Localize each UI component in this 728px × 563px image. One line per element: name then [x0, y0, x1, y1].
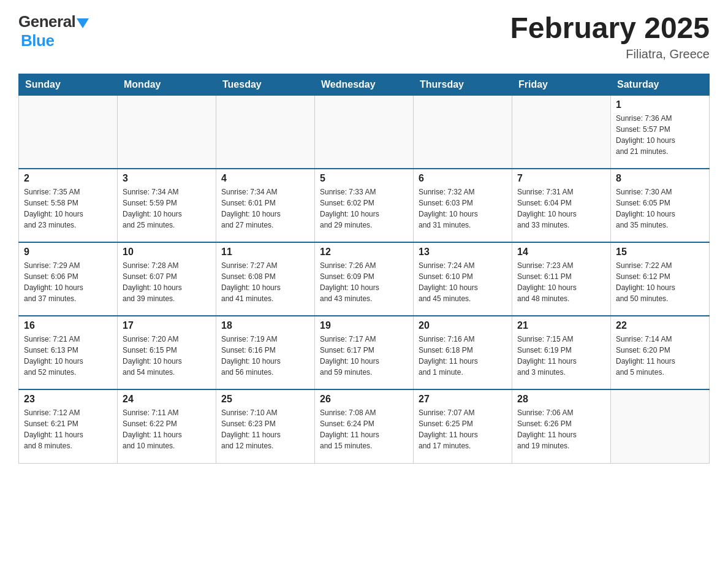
day-info: Sunrise: 7:15 AMSunset: 6:19 PMDaylight:…	[517, 334, 605, 378]
table-row: 17Sunrise: 7:20 AMSunset: 6:15 PMDayligh…	[118, 316, 216, 389]
day-info: Sunrise: 7:06 AMSunset: 6:26 PMDaylight:…	[517, 407, 605, 451]
table-row	[19, 95, 118, 169]
table-row	[414, 95, 512, 169]
table-row: 28Sunrise: 7:06 AMSunset: 6:26 PMDayligh…	[512, 389, 611, 463]
table-row	[216, 95, 315, 169]
table-row	[315, 95, 414, 169]
day-number: 7	[517, 173, 605, 184]
day-number: 26	[320, 394, 408, 405]
calendar-week-row: 1Sunrise: 7:36 AMSunset: 5:57 PMDaylight…	[19, 95, 710, 169]
day-info: Sunrise: 7:34 AMSunset: 5:59 PMDaylight:…	[123, 186, 211, 231]
day-info: Sunrise: 7:17 AMSunset: 6:17 PMDaylight:…	[320, 334, 408, 378]
table-row	[512, 95, 611, 169]
logo-arrow-icon	[77, 18, 89, 28]
table-row: 1Sunrise: 7:36 AMSunset: 5:57 PMDaylight…	[611, 95, 710, 169]
day-info: Sunrise: 7:08 AMSunset: 6:24 PMDaylight:…	[320, 407, 408, 451]
calendar-table: Sunday Monday Tuesday Wednesday Thursday…	[18, 74, 710, 464]
logo: General Blue	[18, 12, 89, 50]
location-subtitle: Filiatra, Greece	[510, 47, 710, 61]
day-number: 6	[419, 173, 507, 184]
day-number: 10	[123, 247, 211, 258]
table-row: 8Sunrise: 7:30 AMSunset: 6:05 PMDaylight…	[611, 169, 710, 242]
table-row: 23Sunrise: 7:12 AMSunset: 6:21 PMDayligh…	[19, 389, 118, 463]
day-number: 4	[221, 173, 309, 184]
calendar-week-row: 16Sunrise: 7:21 AMSunset: 6:13 PMDayligh…	[19, 316, 710, 389]
table-row: 15Sunrise: 7:22 AMSunset: 6:12 PMDayligh…	[611, 242, 710, 316]
table-row: 20Sunrise: 7:16 AMSunset: 6:18 PMDayligh…	[414, 316, 512, 389]
day-number: 16	[24, 320, 112, 331]
day-number: 21	[517, 320, 605, 331]
table-row: 25Sunrise: 7:10 AMSunset: 6:23 PMDayligh…	[216, 389, 315, 463]
col-monday: Monday	[118, 74, 216, 95]
table-row: 16Sunrise: 7:21 AMSunset: 6:13 PMDayligh…	[19, 316, 118, 389]
day-info: Sunrise: 7:33 AMSunset: 6:02 PMDaylight:…	[320, 186, 408, 231]
day-number: 1	[616, 99, 704, 110]
table-row: 18Sunrise: 7:19 AMSunset: 6:16 PMDayligh…	[216, 316, 315, 389]
day-number: 23	[24, 394, 112, 405]
day-number: 11	[221, 247, 309, 258]
table-row: 24Sunrise: 7:11 AMSunset: 6:22 PMDayligh…	[118, 389, 216, 463]
table-row: 5Sunrise: 7:33 AMSunset: 6:02 PMDaylight…	[315, 169, 414, 242]
table-row: 12Sunrise: 7:26 AMSunset: 6:09 PMDayligh…	[315, 242, 414, 316]
day-info: Sunrise: 7:27 AMSunset: 6:08 PMDaylight:…	[221, 260, 309, 304]
title-block: February 2025 Filiatra, Greece	[510, 12, 710, 61]
col-sunday: Sunday	[19, 74, 118, 95]
day-info: Sunrise: 7:16 AMSunset: 6:18 PMDaylight:…	[419, 334, 507, 378]
day-info: Sunrise: 7:28 AMSunset: 6:07 PMDaylight:…	[123, 260, 211, 304]
day-number: 8	[616, 173, 704, 184]
day-info: Sunrise: 7:14 AMSunset: 6:20 PMDaylight:…	[616, 334, 704, 378]
day-info: Sunrise: 7:31 AMSunset: 6:04 PMDaylight:…	[517, 186, 605, 231]
table-row: 11Sunrise: 7:27 AMSunset: 6:08 PMDayligh…	[216, 242, 315, 316]
day-info: Sunrise: 7:10 AMSunset: 6:23 PMDaylight:…	[221, 407, 309, 451]
day-number: 3	[123, 173, 211, 184]
col-tuesday: Tuesday	[216, 74, 315, 95]
day-info: Sunrise: 7:07 AMSunset: 6:25 PMDaylight:…	[419, 407, 507, 451]
calendar-week-row: 9Sunrise: 7:29 AMSunset: 6:06 PMDaylight…	[19, 242, 710, 316]
day-number: 19	[320, 320, 408, 331]
day-number: 17	[123, 320, 211, 331]
day-info: Sunrise: 7:21 AMSunset: 6:13 PMDaylight:…	[24, 334, 112, 378]
calendar-week-row: 2Sunrise: 7:35 AMSunset: 5:58 PMDaylight…	[19, 169, 710, 242]
day-info: Sunrise: 7:24 AMSunset: 6:10 PMDaylight:…	[419, 260, 507, 304]
day-number: 25	[221, 394, 309, 405]
day-number: 13	[419, 247, 507, 258]
col-thursday: Thursday	[414, 74, 512, 95]
page-header: General Blue February 2025 Filiatra, Gre…	[18, 12, 710, 61]
col-friday: Friday	[512, 74, 611, 95]
day-info: Sunrise: 7:26 AMSunset: 6:09 PMDaylight:…	[320, 260, 408, 304]
day-info: Sunrise: 7:23 AMSunset: 6:11 PMDaylight:…	[517, 260, 605, 304]
day-info: Sunrise: 7:12 AMSunset: 6:21 PMDaylight:…	[24, 407, 112, 451]
day-info: Sunrise: 7:35 AMSunset: 5:58 PMDaylight:…	[24, 186, 112, 231]
table-row: 2Sunrise: 7:35 AMSunset: 5:58 PMDaylight…	[19, 169, 118, 242]
day-info: Sunrise: 7:34 AMSunset: 6:01 PMDaylight:…	[221, 186, 309, 231]
day-info: Sunrise: 7:29 AMSunset: 6:06 PMDaylight:…	[24, 260, 112, 304]
table-row: 19Sunrise: 7:17 AMSunset: 6:17 PMDayligh…	[315, 316, 414, 389]
table-row: 14Sunrise: 7:23 AMSunset: 6:11 PMDayligh…	[512, 242, 611, 316]
col-wednesday: Wednesday	[315, 74, 414, 95]
day-info: Sunrise: 7:20 AMSunset: 6:15 PMDaylight:…	[123, 334, 211, 378]
day-number: 14	[517, 247, 605, 258]
day-number: 20	[419, 320, 507, 331]
day-info: Sunrise: 7:19 AMSunset: 6:16 PMDaylight:…	[221, 334, 309, 378]
day-number: 22	[616, 320, 704, 331]
day-number: 18	[221, 320, 309, 331]
table-row: 4Sunrise: 7:34 AMSunset: 6:01 PMDaylight…	[216, 169, 315, 242]
table-row	[611, 389, 710, 463]
table-row: 21Sunrise: 7:15 AMSunset: 6:19 PMDayligh…	[512, 316, 611, 389]
day-number: 15	[616, 247, 704, 258]
day-info: Sunrise: 7:22 AMSunset: 6:12 PMDaylight:…	[616, 260, 704, 304]
day-info: Sunrise: 7:32 AMSunset: 6:03 PMDaylight:…	[419, 186, 507, 231]
day-number: 2	[24, 173, 112, 184]
calendar-week-row: 23Sunrise: 7:12 AMSunset: 6:21 PMDayligh…	[19, 389, 710, 463]
day-number: 5	[320, 173, 408, 184]
calendar-header-row: Sunday Monday Tuesday Wednesday Thursday…	[19, 74, 710, 95]
day-number: 27	[419, 394, 507, 405]
logo-blue-text: Blue	[21, 31, 54, 50]
table-row: 10Sunrise: 7:28 AMSunset: 6:07 PMDayligh…	[118, 242, 216, 316]
day-info: Sunrise: 7:11 AMSunset: 6:22 PMDaylight:…	[123, 407, 211, 451]
table-row: 22Sunrise: 7:14 AMSunset: 6:20 PMDayligh…	[611, 316, 710, 389]
table-row: 13Sunrise: 7:24 AMSunset: 6:10 PMDayligh…	[414, 242, 512, 316]
table-row: 9Sunrise: 7:29 AMSunset: 6:06 PMDaylight…	[19, 242, 118, 316]
day-info: Sunrise: 7:36 AMSunset: 5:57 PMDaylight:…	[616, 113, 704, 157]
table-row: 26Sunrise: 7:08 AMSunset: 6:24 PMDayligh…	[315, 389, 414, 463]
